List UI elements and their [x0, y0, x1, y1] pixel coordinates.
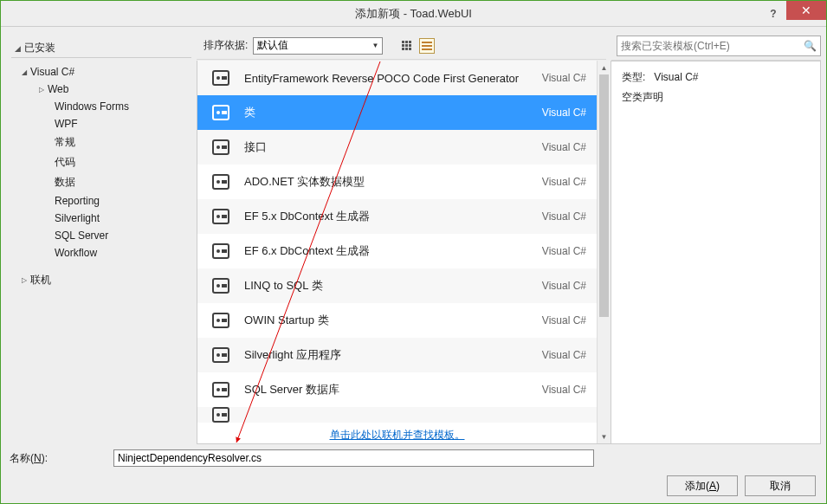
template-item[interactable]: OWIN Startup 类 Visual C# [197, 303, 597, 338]
button-row: 添加(A) 取消 [6, 467, 821, 496]
collapse-icon: ◢ [15, 44, 21, 53]
template-name: SQL Server 数据库 [244, 382, 530, 397]
svg-point-31 [216, 413, 220, 417]
tree-node-item[interactable]: 常规 [11, 132, 191, 152]
template-icon [210, 101, 232, 124]
template-type: Visual C# [542, 72, 586, 84]
template-type: Visual C# [542, 314, 586, 326]
scroll-down-icon[interactable]: ▼ [598, 430, 611, 443]
search-input[interactable] [621, 40, 804, 52]
svg-rect-8 [222, 145, 227, 149]
collapse-icon: ◢ [22, 68, 27, 76]
vertical-scrollbar[interactable]: ▲ ▼ [597, 61, 611, 443]
name-input[interactable] [113, 449, 594, 467]
tree-node-online[interactable]: ▷ 联机 [11, 270, 191, 290]
template-item[interactable]: SQL Server 数据库 Visual C# [197, 372, 597, 407]
category-tree: ◢ 已安装 ◢ Visual C# ▷ Web Windows FormsWPF… [6, 32, 197, 444]
scroll-up-icon[interactable]: ▲ [598, 61, 611, 74]
template-type: Visual C# [542, 245, 586, 257]
add-button[interactable]: 添加(A) [667, 475, 738, 496]
template-icon [210, 67, 232, 89]
template-type: Visual C# [542, 349, 586, 361]
svg-point-19 [216, 284, 220, 288]
template-item[interactable]: EntityFramework Reverse POCO Code First … [197, 61, 597, 95]
scroll-thumb[interactable] [599, 74, 609, 317]
tree-node-visual-csharp[interactable]: ◢ Visual C# [11, 63, 191, 81]
template-name: EF 5.x DbContext 生成器 [244, 209, 530, 224]
tree-node-item[interactable]: SQL Server [11, 227, 191, 244]
svg-rect-32 [222, 413, 227, 417]
template-item[interactable]: LINQ to SQL 类 Visual C# [197, 268, 597, 303]
cancel-button[interactable]: 取消 [745, 475, 816, 496]
template-item[interactable]: Silverlight 应用程序 Visual C# [197, 338, 597, 372]
svg-point-10 [216, 180, 220, 184]
tree-node-item[interactable]: 代码 [11, 152, 191, 172]
svg-rect-5 [222, 111, 227, 114]
template-icon [210, 407, 232, 423]
tree-node-label: Web [48, 83, 68, 95]
name-row: 名称(N): [6, 444, 821, 467]
template-item[interactable]: EF 5.x DbContext 生成器 Visual C# [197, 199, 597, 234]
template-type: Visual C# [542, 176, 586, 188]
details-pane: 类型: Visual C# 空类声明 [611, 61, 821, 444]
svg-rect-11 [222, 180, 227, 184]
window-title: 添加新项 - Toad.WebUI [67, 6, 760, 22]
template-item[interactable]: EF 6.x DbContext 生成器 Visual C# [197, 234, 597, 268]
template-type: Visual C# [542, 280, 586, 292]
tree-node-item[interactable]: Reporting [11, 192, 191, 210]
svg-rect-14 [222, 215, 227, 218]
grid-icon [402, 41, 411, 50]
sort-dropdown[interactable]: 默认值 ▼ [253, 37, 383, 55]
tree-node-item[interactable]: 数据 [11, 172, 191, 192]
view-grid-button[interactable] [398, 38, 414, 54]
template-name: 接口 [244, 139, 530, 155]
svg-point-7 [216, 145, 220, 149]
template-icon [210, 240, 232, 262]
template-item[interactable]: ADO.NET 实体数据模型 Visual C# [197, 165, 597, 199]
template-name: 类 [244, 105, 530, 120]
template-item[interactable]: 接口 Visual C# [197, 130, 597, 165]
titlebar: 添加新项 - Toad.WebUI ? ✕ [1, 1, 826, 27]
template-icon [210, 309, 232, 332]
template-item[interactable]: 类 Visual C# [197, 95, 597, 130]
expand-icon: ▷ [39, 86, 44, 94]
template-icon [210, 205, 232, 228]
svg-rect-2 [222, 76, 227, 80]
tree-section-label: 已安装 [24, 41, 55, 55]
svg-point-1 [216, 76, 220, 80]
search-area: 🔍 [611, 32, 821, 61]
help-button[interactable]: ? [760, 4, 786, 23]
svg-rect-20 [222, 284, 227, 288]
template-type: Visual C# [542, 107, 586, 119]
template-type: Visual C# [542, 210, 586, 223]
dialog-window: 添加新项 - Toad.WebUI ? ✕ ◢ 已安装 ◢ Visual C# [0, 0, 827, 504]
svg-point-22 [216, 319, 220, 322]
svg-point-13 [216, 215, 220, 218]
template-icon [210, 344, 232, 366]
tree-node-item[interactable]: Workflow [11, 244, 191, 262]
main-row: ◢ 已安装 ◢ Visual C# ▷ Web Windows FormsWPF… [6, 32, 821, 444]
search-box[interactable]: 🔍 [617, 36, 821, 56]
tree-node-item[interactable]: Windows Forms [11, 98, 191, 115]
template-icon [210, 136, 232, 158]
template-type: Visual C# [542, 384, 586, 396]
svg-rect-29 [222, 388, 227, 391]
template-item[interactable] [197, 407, 597, 423]
template-icon [210, 171, 232, 193]
svg-rect-26 [222, 353, 227, 357]
list-icon [422, 42, 432, 50]
svg-point-28 [216, 388, 220, 391]
tree-node-label: Visual C# [30, 66, 74, 78]
view-list-button[interactable] [419, 38, 435, 54]
dialog-content: ◢ 已安装 ◢ Visual C# ▷ Web Windows FormsWPF… [1, 27, 826, 503]
toolbar: 排序依据: 默认值 ▼ [197, 32, 606, 60]
tree-node-item[interactable]: Silverlight [11, 210, 191, 227]
svg-point-4 [216, 111, 220, 114]
template-name: Silverlight 应用程序 [244, 347, 530, 363]
online-search-link[interactable]: 单击此处以联机并查找模板。 [330, 429, 465, 441]
sort-label: 排序依据: [204, 38, 248, 53]
tree-node-web[interactable]: ▷ Web [11, 81, 191, 98]
close-button[interactable]: ✕ [786, 1, 826, 20]
tree-node-item[interactable]: WPF [11, 115, 191, 132]
tree-section-installed[interactable]: ◢ 已安装 [11, 39, 191, 58]
